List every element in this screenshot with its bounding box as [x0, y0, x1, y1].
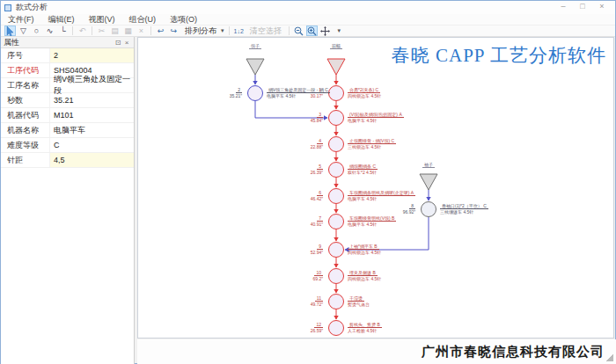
paste-icon: ▦ [124, 26, 132, 35]
process-node-4[interactable] [328, 136, 344, 152]
connector-tool-button[interactable]: └ [57, 25, 69, 36]
status-bar: 广州市春晓信息科技有限公司 [137, 339, 616, 364]
pan-icon [320, 26, 330, 36]
connector-icon: └ [60, 26, 65, 35]
resize-grip[interactable] [606, 354, 613, 361]
curve-tool-button[interactable]: ∿ [44, 25, 55, 36]
menu-item-3[interactable]: 组合(U) [122, 14, 164, 25]
process-node-11[interactable] [328, 294, 344, 309]
pointer-tool-button[interactable] [4, 25, 16, 36]
maximize-button[interactable]: □ [573, 2, 592, 11]
window-title: 款式分析 [16, 2, 48, 13]
node-description: 埋夹及侧缝 B四线锁边车 4.5针 [348, 270, 462, 281]
company-name: 广州市春晓信息科技有限公司 [422, 344, 605, 360]
zoom-out-button[interactable] [293, 25, 304, 36]
node-number-time: 952.94″ [282, 244, 323, 255]
menu-item-0[interactable]: 文件(F) [1, 14, 41, 25]
property-row-0: 序号2 [1, 48, 134, 63]
overflow-icon: ▾ [338, 27, 341, 34]
node-description: 绱领圈绱条 C双针车*2 4.5针 [348, 164, 462, 175]
zoom-out-icon [294, 26, 304, 36]
app-icon [4, 4, 11, 11]
clear-selection-button[interactable]: 清空选择 [246, 25, 285, 36]
delete-button[interactable]: × [136, 25, 147, 36]
node-number-time: 235.21″ [202, 87, 242, 98]
triangle-icon: ▽ [20, 26, 26, 35]
minimize-button[interactable]: – [554, 2, 573, 11]
chevron-down-icon: ▾ [221, 27, 224, 34]
zoom-in-button[interactable] [306, 25, 318, 36]
rotate-right-button[interactable]: ↪ [168, 25, 180, 36]
pointer-icon [6, 26, 14, 36]
diagram-canvas[interactable]: 春晓 CAPP 工艺分析软件 领子前幅袖子130.17″合肩*2(夹条) C四线… [137, 37, 614, 339]
undo-icon: ↶ [79, 26, 86, 35]
menu-item-2[interactable]: 视图(V) [82, 14, 122, 25]
arrange-distribute-label: 排列分布 [182, 25, 219, 37]
process-node-3[interactable] [328, 110, 344, 126]
process-node-5[interactable] [328, 162, 344, 178]
node-description: 干湿烫熨烫气蒸台 [348, 295, 462, 307]
property-value[interactable]: C [49, 138, 134, 152]
property-row-6: 难度等级C [1, 138, 134, 153]
curve-icon: ∿ [47, 26, 54, 35]
scissors-icon: ✂ [99, 26, 106, 35]
property-label: 针距 [1, 155, 49, 166]
undo-button[interactable]: ↶ [77, 25, 88, 36]
renumber-button[interactable]: 1↓2 [233, 25, 245, 36]
node-number-time: 422.88″ [282, 138, 323, 149]
node-description: 车领圈绱条明线及绱唛(企定唛) A电脑平车 4.5针 [348, 190, 462, 201]
copy-button[interactable]: ▤ [109, 25, 121, 36]
property-value[interactable]: 2 [49, 48, 134, 62]
app-window: 款式分析 – □ × 文件(F)编辑(E)视图(V)组合(U)选项(O) ▽ ○… [0, 0, 616, 364]
process-node-8[interactable] [421, 201, 436, 217]
property-row-2: 工序名称绱V领三角处及固定一段 [1, 78, 134, 93]
circle-tool-button[interactable]: ○ [31, 25, 42, 36]
properties-panel-header: 属性 ⊡ × [1, 37, 134, 48]
node-number-time: 646.42″ [282, 190, 323, 201]
process-node-9[interactable] [328, 242, 344, 258]
menu-item-4[interactable]: 选项(O) [163, 14, 204, 25]
node-description: 车领圈级骨明线(V领) B电脑平车 4.5针 [348, 215, 462, 227]
property-label: 工序代码 [1, 65, 49, 76]
process-node-10[interactable] [328, 268, 344, 284]
properties-rows: 序号2工序代码SHS04004工序名称绱V领三角处及固定一段秒数35.21机器代… [1, 48, 134, 168]
node-number-time: 345.84″ [282, 112, 323, 123]
node-description: (V领)贴及绱领(包括固定) A电脑平车 4.5针 [348, 112, 462, 123]
property-label: 机器名称 [1, 125, 49, 136]
property-value[interactable]: 绱V领三角处及固定一段 [49, 78, 134, 92]
toolbar: ▽ ○ ∿ └ ↶ ✂ ▤ ▦ × ↩ ↪ 排列分布 ▾ 1↓2 清空选择 ▾ [1, 25, 615, 37]
property-label: 工序名称 [1, 80, 49, 91]
triangle-tool-button[interactable]: ▽ [18, 25, 29, 36]
property-value[interactable]: 电脑平车 [49, 123, 134, 137]
menu-item-1[interactable]: 编辑(E) [41, 14, 82, 25]
title-bar: 款式分析 – □ × [1, 1, 615, 14]
zoom-in-icon [307, 26, 317, 36]
cut-button[interactable]: ✂ [96, 25, 107, 36]
toolbar-overflow-button[interactable]: ▾ [333, 25, 344, 36]
flow-connectors [138, 38, 614, 339]
close-button[interactable]: × [592, 2, 612, 11]
rotate-left-icon: ↩ [158, 26, 165, 35]
app-watermark-title: 春晓 CAPP 工艺分析软件 [392, 43, 606, 68]
property-label: 难度等级 [1, 140, 49, 151]
node-number-time: 1226.59″ [282, 322, 323, 333]
process-node-7[interactable] [328, 214, 344, 229]
process-node-6[interactable] [328, 188, 344, 204]
pin-icon[interactable]: ⊡ [114, 39, 122, 47]
paste-button[interactable]: ▦ [122, 25, 134, 36]
property-value[interactable]: M101 [49, 108, 134, 122]
panel-close-icon[interactable]: × [122, 39, 131, 47]
pan-button[interactable] [319, 25, 331, 36]
property-value[interactable]: 35.21 [49, 93, 134, 107]
rotate-left-button[interactable]: ↩ [155, 25, 166, 36]
node-description: 止领圈级骨 - 绱(V领) C三线锁边车 4.5针 [348, 138, 462, 149]
property-row-4: 机器代码M101 [1, 108, 134, 123]
arrange-distribute-button[interactable]: 排列分布 ▾ [181, 25, 225, 36]
property-label: 序号 [1, 50, 49, 62]
process-node-2[interactable] [247, 85, 263, 101]
delete-icon: × [139, 26, 143, 35]
property-value[interactable]: 4,5 [49, 153, 134, 167]
node-number-time: 896.92″ [375, 203, 415, 215]
process-node-12[interactable] [328, 320, 344, 336]
node-number-time: 740.91″ [282, 215, 323, 227]
